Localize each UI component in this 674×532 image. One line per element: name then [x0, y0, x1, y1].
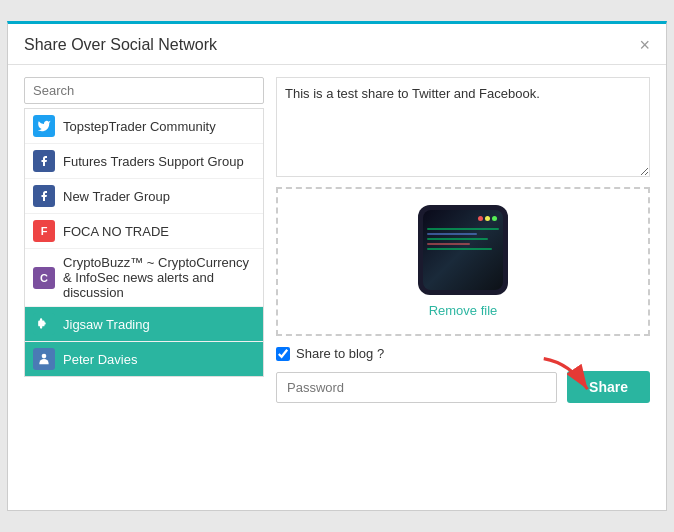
group-name: New Trader Group — [63, 189, 255, 204]
group-avatar — [33, 115, 55, 137]
group-item[interactable]: CCryptoBuzz™ ~ CryptoCurrency & InfoSec … — [25, 249, 263, 307]
group-name: TopstepTrader Community — [63, 119, 255, 134]
group-item[interactable]: FFOCA NO TRADE — [25, 214, 263, 249]
dot-yellow — [485, 216, 490, 221]
left-panel: TopstepTrader CommunityFutures Traders S… — [24, 77, 264, 403]
dot-green — [492, 216, 497, 221]
share-button[interactable]: Share — [567, 371, 650, 403]
group-item[interactable]: Jigsaw Trading — [25, 307, 263, 342]
group-name: Futures Traders Support Group — [63, 154, 255, 169]
preview-line — [427, 228, 499, 230]
remove-file-link[interactable]: Remove file — [429, 303, 498, 318]
preview-image — [418, 205, 508, 295]
dialog-title: Share Over Social Network — [24, 36, 217, 54]
preview-line — [427, 248, 492, 250]
group-item[interactable]: Futures Traders Support Group — [25, 144, 263, 179]
dot-red — [478, 216, 483, 221]
preview-line — [427, 233, 477, 235]
group-name: Jigsaw Trading — [63, 317, 255, 332]
group-avatar — [33, 313, 55, 335]
preview-image-inner — [423, 210, 503, 290]
close-button[interactable]: × — [639, 36, 650, 54]
group-avatar: C — [33, 267, 55, 289]
preview-line — [427, 238, 488, 240]
message-textarea[interactable] — [276, 77, 650, 177]
group-avatar: F — [33, 220, 55, 242]
right-panel: Remove file Share to blog ? Share — [276, 77, 650, 403]
password-input[interactable] — [276, 372, 557, 403]
group-item[interactable]: New Trader Group — [25, 179, 263, 214]
group-name: CryptoBuzz™ ~ CryptoCurrency & InfoSec n… — [63, 255, 255, 300]
dialog-header: Share Over Social Network × — [8, 24, 666, 65]
group-item[interactable]: TopstepTrader Community — [25, 109, 263, 144]
share-blog-row: Share to blog ? — [276, 346, 650, 361]
group-avatar — [33, 150, 55, 172]
group-list: TopstepTrader CommunityFutures Traders S… — [24, 108, 264, 377]
dialog-body: TopstepTrader CommunityFutures Traders S… — [8, 65, 666, 415]
group-name: FOCA NO TRADE — [63, 224, 255, 239]
preview-lines — [427, 228, 499, 250]
group-name: Peter Davies — [63, 352, 255, 367]
bottom-row: Share — [276, 371, 650, 403]
group-avatar — [33, 185, 55, 207]
group-avatar — [33, 348, 55, 370]
preview-dots — [478, 216, 497, 221]
preview-line — [427, 243, 470, 245]
share-blog-label: Share to blog ? — [296, 346, 384, 361]
search-input[interactable] — [24, 77, 264, 104]
group-item[interactable]: Peter Davies — [25, 342, 263, 376]
svg-point-0 — [42, 354, 47, 359]
share-blog-checkbox[interactable] — [276, 347, 290, 361]
upload-area: Remove file — [276, 187, 650, 336]
share-dialog: Share Over Social Network × TopstepTrade… — [7, 21, 667, 511]
